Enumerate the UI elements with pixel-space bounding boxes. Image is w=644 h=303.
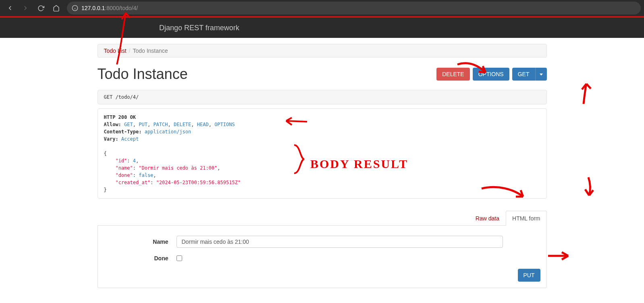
- done-checkbox[interactable]: [177, 255, 182, 261]
- breadcrumb-separator: /: [129, 48, 131, 54]
- back-button[interactable]: [3, 1, 17, 15]
- allow-delete: DELETE: [174, 122, 191, 127]
- allow-get: GET: [124, 122, 133, 127]
- allow-options: OPTIONS: [214, 122, 235, 127]
- brand-link[interactable]: Django REST framework: [159, 24, 239, 32]
- vary-value: Accept: [121, 136, 139, 142]
- done-label: Done: [104, 255, 177, 261]
- page-title: Todo Instance: [98, 66, 188, 83]
- get-dropdown-button[interactable]: [535, 68, 547, 81]
- form-tabs: Raw data HTML form: [98, 211, 547, 226]
- vary-label: Vary:: [104, 136, 118, 142]
- browser-toolbar: 127.0.0.1:8000/todo/4/: [0, 0, 644, 16]
- response-status: HTTP 200 OK: [104, 114, 136, 120]
- body-done: false: [139, 172, 153, 178]
- tab-html-form[interactable]: HTML form: [506, 211, 546, 226]
- url-bar[interactable]: 127.0.0.1:8000/todo/4/: [67, 2, 641, 15]
- caret-down-icon: [540, 73, 543, 76]
- home-button[interactable]: [49, 1, 63, 15]
- request-method: GET: [104, 94, 113, 100]
- drf-navbar: Django REST framework: [0, 18, 644, 38]
- request-info: GET /todo/4/: [98, 90, 547, 104]
- get-button[interactable]: GET: [512, 68, 535, 81]
- options-button[interactable]: OPTIONS: [473, 68, 509, 81]
- breadcrumb: Todo List / Todo Instance: [98, 44, 547, 58]
- body-name: Dormir mais cedo às 21:00: [141, 165, 214, 171]
- allow-head: HEAD: [197, 122, 209, 127]
- content-type-label: Content-Type:: [104, 129, 142, 135]
- info-icon: [72, 5, 78, 11]
- forward-button[interactable]: [19, 1, 32, 15]
- breadcrumb-parent[interactable]: Todo List: [104, 48, 127, 54]
- content-type-value: application/json: [145, 129, 191, 135]
- name-label: Name: [104, 239, 177, 245]
- url-text: 127.0.0.1:8000/todo/4/: [81, 5, 138, 11]
- body-id: 4: [133, 158, 136, 164]
- allow-label: Allow:: [104, 122, 121, 127]
- breadcrumb-current: Todo Instance: [133, 48, 168, 54]
- body-created-at: 2024-05-23T00:59:56.859515Z: [159, 180, 238, 185]
- request-path: /todo/4/: [115, 94, 139, 100]
- allow-patch: PATCH: [153, 122, 168, 127]
- response-box: HTTP 200 OK Allow: GET, PUT, PATCH, DELE…: [98, 108, 547, 199]
- form-panel: Name Done PUT: [98, 226, 547, 288]
- put-button[interactable]: PUT: [518, 269, 540, 282]
- reload-button[interactable]: [34, 1, 48, 15]
- delete-button[interactable]: DELETE: [436, 68, 469, 81]
- tab-raw-data[interactable]: Raw data: [469, 211, 506, 226]
- allow-put: PUT: [139, 122, 147, 127]
- name-input[interactable]: [177, 236, 503, 248]
